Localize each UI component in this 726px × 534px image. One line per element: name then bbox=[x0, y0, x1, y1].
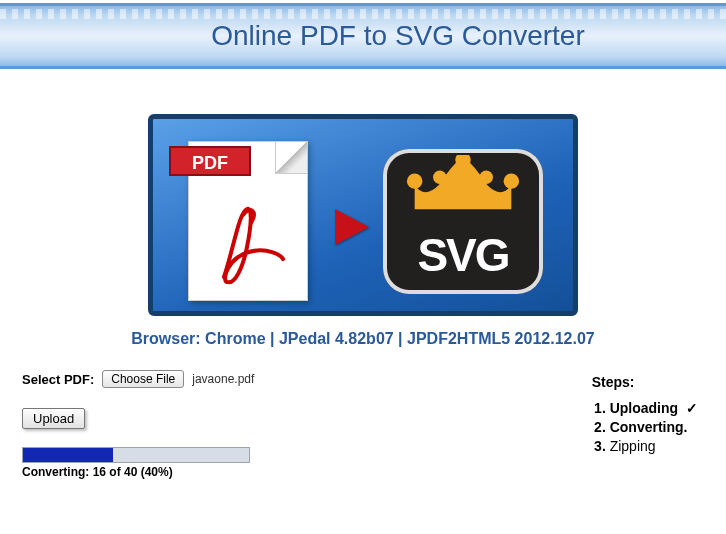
progress-label: Converting: 16 of 40 (40%) bbox=[22, 465, 704, 479]
step-uploading: Uploading ✓ bbox=[610, 400, 698, 416]
svg-point-2 bbox=[433, 171, 447, 185]
steps-list: Uploading ✓ Converting. Zipping bbox=[610, 400, 698, 454]
environment-info: Browser: Chrome | JPedal 4.82b07 | JPDF2… bbox=[0, 330, 726, 348]
choose-file-button[interactable]: Choose File bbox=[102, 370, 184, 388]
step-converting: Converting. bbox=[610, 419, 698, 435]
checkmark-icon: ✓ bbox=[682, 400, 698, 416]
svg-badge: SVG bbox=[383, 149, 543, 294]
hero-section: PDF SVG Browser: Chrome | JPedal 4.82b07… bbox=[0, 114, 726, 348]
steps-title: Steps: bbox=[592, 374, 698, 390]
crown-icon bbox=[405, 155, 521, 215]
adobe-swirl-icon bbox=[209, 197, 289, 287]
hero-banner: PDF SVG bbox=[148, 114, 578, 316]
pdf-document-icon: PDF bbox=[188, 141, 308, 301]
svg-point-1 bbox=[504, 173, 519, 188]
page-fold-icon bbox=[275, 142, 307, 174]
steps-panel: Steps: Uploading ✓ Converting. Zipping bbox=[592, 374, 698, 457]
page-title: Online PDF to SVG Converter bbox=[0, 6, 726, 66]
svg-point-0 bbox=[407, 173, 422, 188]
pdf-badge: PDF bbox=[169, 146, 251, 176]
progress-bar bbox=[22, 447, 250, 463]
header-bar: Online PDF to SVG Converter bbox=[0, 3, 726, 69]
svg-text: SVG bbox=[383, 228, 543, 282]
progress-fill bbox=[23, 448, 113, 462]
select-pdf-label: Select PDF: bbox=[22, 372, 94, 387]
step-zipping: Zipping bbox=[610, 438, 698, 454]
arrow-right-icon bbox=[335, 209, 369, 245]
selected-filename: javaone.pdf bbox=[192, 372, 254, 386]
upload-button[interactable]: Upload bbox=[22, 408, 85, 429]
svg-point-3 bbox=[479, 171, 493, 185]
